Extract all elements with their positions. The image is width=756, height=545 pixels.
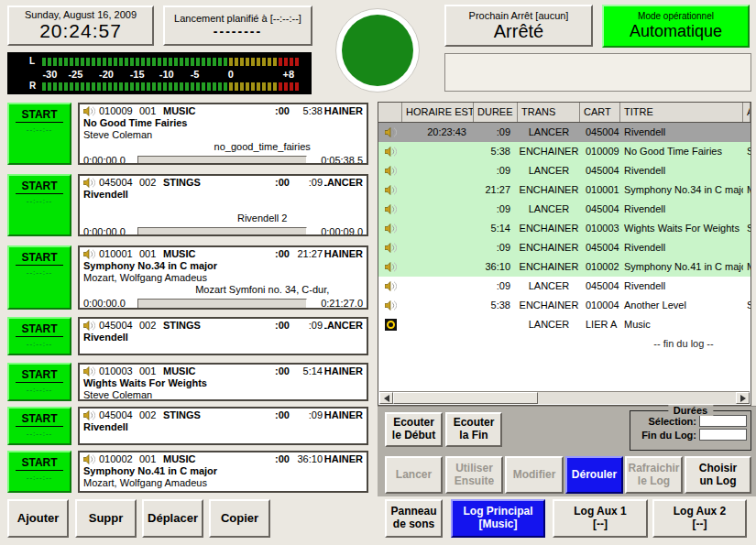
progress-bar <box>137 227 307 237</box>
cell-artiste <box>743 123 751 142</box>
transition-type: ENCHAINER <box>324 248 363 260</box>
main-log-button[interactable]: Log Principal [Music] <box>451 499 545 538</box>
log-row[interactable]: 21:27 ENCHAINER 010001 Symphony No.34 in… <box>378 180 751 200</box>
cart-box[interactable]: 010003 001 MUSIC :00 5:14 ENCHAINER Wigh… <box>78 363 368 401</box>
scrollbar-thumb[interactable] <box>393 392 538 404</box>
cell-artiste: Steve Coleman <box>743 142 751 161</box>
log-row[interactable]: 5:14 ENCHAINER 010003 Wights Waits For W… <box>378 219 751 238</box>
cell-trans: LANCER <box>518 123 580 142</box>
modify-button[interactable]: Modifier <box>505 456 564 494</box>
cell-titre: Another Level <box>620 296 743 315</box>
cart-box[interactable]: 045004 002 STINGS :00 :09 LANCER Rivende… <box>78 317 368 355</box>
log-row[interactable]: 20:23:43 :09 LANCER 045004 Rivendell <box>378 123 751 142</box>
mode-button[interactable]: Mode opérationnel Automatique <box>602 5 750 48</box>
cell-trans: ENCHAINER <box>518 257 580 277</box>
start-button[interactable]: START --:--:-- <box>7 451 71 493</box>
cell-horaire <box>402 219 474 238</box>
meter-tick: -20 <box>99 69 114 80</box>
meter-scale: -30 -25 -20 -15 -10 -5 0 +8 <box>42 69 299 81</box>
cell-titre: Music <box>620 315 743 334</box>
cell-cart: 045004 <box>580 161 620 180</box>
cell-titre: Rivendell <box>620 277 743 296</box>
cell-artiste: Mozart, Wolfgang Amadeus <box>743 257 751 277</box>
log-end-duration-field[interactable] <box>699 429 747 441</box>
cell-titre: Symphony No.34 in C major <box>620 180 743 200</box>
start-button[interactable]: START --:--:-- <box>7 174 71 236</box>
log-row[interactable]: :09 LANCER 045004 Rivendell <box>378 161 751 180</box>
cell-horaire <box>402 277 474 296</box>
transition-type: ENCHAINER <box>324 453 363 465</box>
durations-groupbox: Durées Sélection: Fin du Log: <box>630 410 751 451</box>
cell-titre: Rivendell <box>620 200 743 219</box>
cart-box[interactable]: 010002 001 MUSIC :00 36:10 ENCHAINER Sym… <box>78 451 368 493</box>
listen-end-button[interactable]: Ecouter la Fin <box>445 412 502 447</box>
move-button[interactable]: Déplacer <box>142 499 203 538</box>
listen-begin-button[interactable]: Ecouter le Début <box>385 412 443 447</box>
mode-value: Automatique <box>630 22 722 41</box>
log-row[interactable]: :09 LANCER 045004 Rivendell <box>378 200 751 219</box>
planned-start-value: -------- <box>165 24 311 38</box>
copy-button[interactable]: Copier <box>209 499 270 538</box>
log-row[interactable]: LANCER LIER A Music <box>378 315 751 334</box>
make-next-button[interactable]: Utiliser Ensuite <box>445 456 503 494</box>
refresh-log-button[interactable]: Rafraichir le Log <box>625 456 683 494</box>
sound-panel-button[interactable]: Panneau de sons <box>385 499 443 538</box>
cart-box[interactable]: 010001 001 MUSIC :00 21:27 ENCHAINER Sym… <box>78 245 368 310</box>
total-time: 0:05:38.5 <box>312 155 363 165</box>
audio-meter: L -30 -25 -20 -15 -10 -5 0 +8 R <box>7 52 312 94</box>
start-button[interactable]: START --:--:-- <box>7 245 71 310</box>
selection-duration-field[interactable] <box>699 415 747 427</box>
aux-log-1-button[interactable]: Log Aux 1 [--] <box>553 499 648 538</box>
start-button-time: --:--:-- <box>27 268 52 277</box>
meter-tick: +8 <box>283 69 295 80</box>
horizontal-scrollbar[interactable] <box>379 391 750 404</box>
scroll-mode-button[interactable]: Dérouler <box>565 456 623 494</box>
start-button[interactable]: START --:--:-- <box>7 363 71 401</box>
cart-title: No Good Time Fairies <box>83 117 363 129</box>
log-row[interactable]: 5:38 ENCHAINER 010009 No Good Time Fairi… <box>378 142 751 161</box>
log-row[interactable]: 5:38 ENCHAINER 010004 Another Level Stev… <box>378 296 751 315</box>
intro-time: :00 <box>264 248 290 260</box>
log-row[interactable]: 36:10 ENCHAINER 010002 Symphony No.41 in… <box>378 257 751 277</box>
total-time: 0:00:09.0 <box>312 226 363 236</box>
speaker-icon <box>83 106 95 116</box>
scroll-left-button[interactable] <box>379 392 393 404</box>
group-name: STINGS <box>163 409 201 421</box>
log-row[interactable]: :09 LANCER 045004 Rivendell <box>378 277 751 296</box>
speaker-icon <box>378 219 402 238</box>
start-button-label: START <box>16 251 62 266</box>
cell-cart: 045004 <box>580 200 620 219</box>
cell-duree: 5:38 <box>474 296 518 315</box>
start-button[interactable]: START --:--:-- <box>7 317 71 355</box>
launch-button[interactable]: Lancer <box>385 456 443 494</box>
cart-box[interactable]: 045004 002 STINGS :00 :09 ENCHAINER Rive… <box>78 407 368 445</box>
column-horaire: HORAIRE EST <box>402 103 474 122</box>
start-button[interactable]: START --:--:-- <box>7 407 71 445</box>
aux-log-2-button[interactable]: Log Aux 2 [--] <box>652 499 747 538</box>
select-log-button[interactable]: Choisir un Log <box>685 456 751 494</box>
speaker-icon <box>83 366 95 376</box>
cart-outcue: Rivendell 2 <box>179 213 346 224</box>
cart-box[interactable]: 045004 002 STINGS :00 :09 LANCER Rivende… <box>78 174 368 236</box>
onair-lamp-light <box>342 15 413 86</box>
add-button[interactable]: Ajouter <box>7 499 69 538</box>
start-button[interactable]: START --:--:-- <box>7 103 71 165</box>
message-box <box>444 53 751 92</box>
cart-artist: Steve Coleman <box>83 129 363 141</box>
cut-number: 001 <box>139 453 163 465</box>
group-name: STINGS <box>163 320 201 332</box>
delete-button[interactable]: Suppr <box>75 499 137 538</box>
start-button-label: START <box>16 456 62 471</box>
cell-cart: 045004 <box>580 238 620 257</box>
elapsed-time: 0:00:00.0 <box>83 298 133 310</box>
cell-duree: :09 <box>474 123 518 142</box>
scroll-right-button[interactable] <box>736 392 750 404</box>
cart-length: :09 <box>290 320 323 332</box>
cart-box[interactable]: 010009 001 MUSIC :00 5:38 ENCHAINER No G… <box>78 103 368 165</box>
start-button-label: START <box>16 108 62 123</box>
log-row[interactable]: :09 ENCHAINER 045004 Rivendell <box>378 238 751 257</box>
meter-tick: -25 <box>68 69 82 80</box>
transition-type: LANCER <box>324 177 363 189</box>
speaker-icon <box>378 161 402 180</box>
left-arrow-icon <box>384 395 389 402</box>
